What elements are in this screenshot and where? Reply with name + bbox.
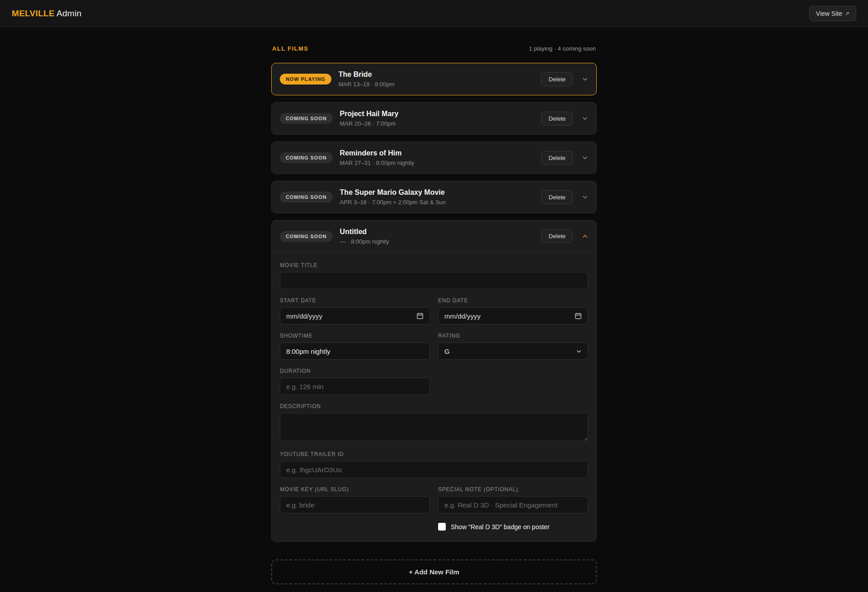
film-card-the-bride: NOW PLAYING The Bride MAR 13–19 · 8:00pm… bbox=[271, 63, 597, 95]
spacer bbox=[438, 368, 588, 395]
delete-button[interactable]: Delete bbox=[541, 72, 573, 86]
delete-button[interactable]: Delete bbox=[541, 151, 573, 165]
film-card-super-mario-galaxy: COMING SOON The Super Mario Galaxy Movie… bbox=[271, 181, 597, 213]
film-title: Project Hail Mary bbox=[340, 110, 534, 118]
rating-field: RATING G bbox=[438, 333, 588, 360]
date-placeholder: mm/dd/yyyy bbox=[444, 312, 481, 320]
film-meta: The Bride MAR 13–19 · 8:00pm bbox=[339, 70, 534, 88]
chevron-down-icon[interactable] bbox=[582, 155, 588, 161]
chevron-down-icon bbox=[576, 348, 582, 354]
delete-button[interactable]: Delete bbox=[541, 229, 573, 243]
film-card-project-hail-mary: COMING SOON Project Hail Mary MAR 20–26 … bbox=[271, 102, 597, 135]
film-schedule: MAR 27–31 · 8:00pm nightly bbox=[340, 160, 534, 166]
film-card-header[interactable]: COMING SOON Reminders of Him MAR 27–31 ·… bbox=[272, 142, 596, 174]
movie-key-field: MOVIE KEY (URL SLUG) bbox=[280, 486, 430, 513]
coming-soon-badge: COMING SOON bbox=[280, 152, 333, 163]
film-title: Reminders of Him bbox=[340, 149, 534, 157]
movie-key-input[interactable] bbox=[280, 496, 430, 513]
brand-suffix: Admin bbox=[57, 9, 81, 18]
delete-button[interactable]: Delete bbox=[541, 190, 573, 204]
film-card-header[interactable]: COMING SOON The Super Mario Galaxy Movie… bbox=[272, 181, 596, 213]
film-meta: The Super Mario Galaxy Movie APR 3–16 · … bbox=[340, 188, 534, 206]
films-panel: ALL FILMS 1 playing · 4 coming soon NOW … bbox=[271, 27, 597, 592]
showtime-input[interactable] bbox=[280, 343, 430, 360]
real-d-3d-row: Show "Real D 3D" badge on poster bbox=[438, 522, 588, 531]
special-note-label: SPECIAL NOTE (OPTIONAL) bbox=[438, 486, 588, 493]
start-date-input[interactable]: mm/dd/yyyy bbox=[280, 307, 430, 324]
movie-key-label: MOVIE KEY (URL SLUG) bbox=[280, 486, 430, 493]
top-bar: MELVILLEAdmin View Site ↗ bbox=[0, 0, 868, 27]
rating-label: RATING bbox=[438, 333, 588, 339]
chevron-down-icon[interactable] bbox=[582, 76, 588, 82]
chevron-down-icon[interactable] bbox=[582, 194, 588, 200]
real-d-3d-label: Show "Real D 3D" badge on poster bbox=[451, 523, 550, 531]
description-textarea[interactable] bbox=[280, 413, 588, 441]
coming-soon-badge: COMING SOON bbox=[280, 192, 333, 202]
coming-soon-badge: COMING SOON bbox=[280, 113, 333, 124]
film-meta: Untitled — · 8:00pm nightly bbox=[340, 228, 534, 245]
showtime-field: SHOWTIME bbox=[280, 333, 430, 360]
calendar-icon[interactable] bbox=[416, 312, 424, 319]
description-field: DESCRIPTION bbox=[280, 403, 588, 443]
film-meta: Reminders of Him MAR 27–31 · 8:00pm nigh… bbox=[340, 149, 534, 166]
delete-button[interactable]: Delete bbox=[541, 112, 573, 126]
date-placeholder: mm/dd/yyyy bbox=[286, 312, 322, 320]
rating-value: G bbox=[444, 348, 450, 355]
now-playing-badge: NOW PLAYING bbox=[280, 74, 331, 85]
description-label: DESCRIPTION bbox=[280, 403, 588, 409]
film-title: Untitled bbox=[340, 228, 534, 236]
youtube-trailer-input[interactable] bbox=[280, 461, 588, 478]
rating-select[interactable]: G bbox=[438, 343, 588, 360]
film-meta: Project Hail Mary MAR 20–26 · 7:00pm bbox=[340, 110, 534, 127]
calendar-icon[interactable] bbox=[575, 312, 582, 319]
start-date-field: START DATE mm/dd/yyyy bbox=[280, 297, 430, 324]
view-site-label: View Site bbox=[816, 10, 842, 17]
special-note-input[interactable] bbox=[438, 496, 588, 513]
view-site-button[interactable]: View Site ↗ bbox=[809, 6, 856, 21]
films-summary: 1 playing · 4 coming soon bbox=[529, 45, 596, 52]
add-new-film-button[interactable]: + Add New Film bbox=[271, 559, 597, 584]
youtube-trailer-field: YOUTUBE TRAILER ID bbox=[280, 451, 588, 478]
external-link-icon: ↗ bbox=[845, 10, 849, 17]
film-title: The Bride bbox=[339, 70, 534, 79]
film-title: The Super Mario Galaxy Movie bbox=[340, 188, 534, 197]
coming-soon-badge: COMING SOON bbox=[280, 231, 333, 242]
film-schedule: — · 8:00pm nightly bbox=[340, 238, 534, 245]
film-card-untitled: COMING SOON Untitled — · 8:00pm nightly … bbox=[271, 220, 597, 542]
duration-field: DURATION bbox=[280, 368, 430, 395]
brand: MELVILLEAdmin bbox=[12, 9, 81, 19]
movie-title-input[interactable] bbox=[280, 272, 588, 289]
list-header: ALL FILMS 1 playing · 4 coming soon bbox=[271, 45, 597, 52]
film-card-reminders-of-him: COMING SOON Reminders of Him MAR 27–31 ·… bbox=[271, 141, 597, 174]
movie-title-field: MOVIE TITLE bbox=[280, 262, 588, 289]
duration-input[interactable] bbox=[280, 378, 430, 395]
start-date-label: START DATE bbox=[280, 297, 430, 304]
film-edit-form: MOVIE TITLE START DATE mm/dd/yyyy bbox=[272, 252, 596, 541]
chevron-down-icon[interactable] bbox=[582, 115, 588, 122]
chevron-up-icon[interactable] bbox=[582, 233, 588, 240]
real-d-3d-checkbox[interactable] bbox=[438, 523, 446, 531]
film-schedule: APR 3–16 · 7:00pm + 2:00pm Sat & Sun bbox=[340, 199, 534, 206]
youtube-trailer-label: YOUTUBE TRAILER ID bbox=[280, 451, 588, 457]
end-date-field: END DATE mm/dd/yyyy bbox=[438, 297, 588, 324]
end-date-label: END DATE bbox=[438, 297, 588, 304]
duration-label: DURATION bbox=[280, 368, 430, 374]
film-schedule: MAR 20–26 · 7:00pm bbox=[340, 120, 534, 127]
brand-logo: MELVILLE bbox=[12, 9, 55, 18]
showtime-label: SHOWTIME bbox=[280, 333, 430, 339]
film-card-header[interactable]: NOW PLAYING The Bride MAR 13–19 · 8:00pm… bbox=[272, 63, 596, 95]
section-title: ALL FILMS bbox=[272, 45, 308, 52]
end-date-input[interactable]: mm/dd/yyyy bbox=[438, 307, 588, 324]
movie-title-label: MOVIE TITLE bbox=[280, 262, 588, 268]
special-note-field: SPECIAL NOTE (OPTIONAL) bbox=[438, 486, 588, 513]
film-card-header[interactable]: COMING SOON Untitled — · 8:00pm nightly … bbox=[272, 221, 596, 252]
admin-page: MELVILLEAdmin View Site ↗ ALL FILMS 1 pl… bbox=[0, 0, 868, 592]
film-schedule: MAR 13–19 · 8:00pm bbox=[339, 81, 534, 88]
film-card-header[interactable]: COMING SOON Project Hail Mary MAR 20–26 … bbox=[272, 103, 596, 134]
spacer bbox=[280, 522, 430, 531]
